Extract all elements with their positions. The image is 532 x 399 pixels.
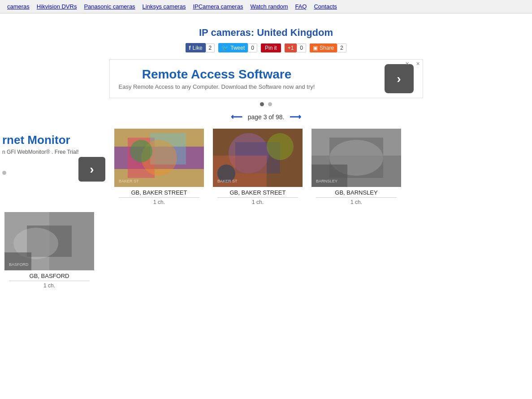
left-ad-subtitle: n GFI WebMonitor® . Free Trial! <box>2 149 105 155</box>
svg-text:BAKER ST: BAKER ST <box>119 179 139 183</box>
main-nav: cameras Hikvision DVRs Panasonic cameras… <box>0 0 532 13</box>
nav-hikvision[interactable]: Hikvision DVRs <box>34 2 80 11</box>
top-ad-x-mark[interactable]: ✕ <box>405 61 409 67</box>
tweet-button[interactable]: 🐦 Tweet <box>218 43 248 52</box>
nav-cameras[interactable]: cameras <box>4 2 32 11</box>
nav-faq[interactable]: FAQ <box>292 2 309 11</box>
pinterest-btn[interactable]: Pin it <box>261 43 281 52</box>
top-ad-banner: Remote Access Software Easy Remote Acces… <box>109 59 423 98</box>
like-label: Like <box>193 45 203 51</box>
share-count: 2 <box>337 43 346 52</box>
gplus-count: 0 <box>297 43 306 52</box>
twitter-tweet-btn[interactable]: 🐦 Tweet 0 <box>218 43 257 52</box>
camera-thumbnail-3: BARNSLEY <box>311 129 401 187</box>
left-ad-title: rnet Monitor <box>2 133 105 147</box>
camera-location-3: GB, BARNSLEY <box>311 189 401 196</box>
tweet-label: Tweet <box>230 45 245 51</box>
svg-rect-26 <box>4 252 31 270</box>
camera-channels-2: 1 ch. <box>213 199 303 205</box>
nav-linksys[interactable]: Linksys cameras <box>140 2 189 11</box>
camera-card-4[interactable]: BASFORD GB, BASFORD 1 ch. <box>4 212 94 289</box>
top-ad-arrow-icon: › <box>397 72 401 86</box>
social-bar: f Like 2 🐦 Tweet 0 Pin it <box>0 43 532 52</box>
share-label: Share <box>320 45 334 51</box>
camera-image-2: BAKER ST <box>213 129 303 187</box>
left-ad-box: rnet Monitor n GFI WebMonitor® . Free Tr… <box>0 129 108 186</box>
camera-channels-3: 1 ch. <box>311 199 401 205</box>
svg-point-12 <box>267 133 294 160</box>
content-area: rnet Monitor n GFI WebMonitor® . Free Tr… <box>0 129 532 205</box>
facebook-icon: f <box>189 44 190 51</box>
like-button[interactable]: f Like <box>186 43 205 52</box>
ad-dot-2[interactable] <box>268 102 272 106</box>
top-ad-text: Remote Access Software Easy Remote Acces… <box>119 67 315 90</box>
next-page-arrow[interactable]: ⟶ <box>290 112 301 122</box>
tweet-count: 0 <box>248 43 257 52</box>
pin-label: Pin it <box>265 45 277 51</box>
camera-card-3[interactable]: BARNSLEY GB, BARNSLEY 1 ch. <box>311 129 401 205</box>
camera-location-1: GB, BAKER STREET <box>114 189 204 196</box>
camera-card-4-wrapper: BASFORD GB, BASFORD 1 ch. <box>4 212 94 289</box>
svg-text:BASFORD: BASFORD <box>9 262 29 267</box>
camera-divider-3 <box>316 197 397 198</box>
top-ad-title: Remote Access Software <box>119 67 315 82</box>
camera-divider-2 <box>217 197 298 198</box>
svg-rect-20 <box>311 165 347 187</box>
gplus-button[interactable]: +1 <box>285 43 297 52</box>
pin-button[interactable]: Pin it <box>261 43 281 52</box>
twitter-icon: 🐦 <box>221 44 229 51</box>
nav-watch-random[interactable]: Watch random <box>247 2 290 11</box>
left-ad-arrow-icon: › <box>90 162 94 177</box>
top-ad-wrapper: Remote Access Software Easy Remote Acces… <box>0 59 532 108</box>
camera-thumbnail-1: BAKER ST <box>114 129 204 187</box>
nav-contacts[interactable]: Contacts <box>311 2 339 11</box>
cameras-grid: BAKER ST GB, BAKER STREET 1 ch. <box>112 129 532 205</box>
top-ad-x-icon[interactable]: ✕ <box>416 61 420 67</box>
top-ad-dots <box>0 101 532 108</box>
page-info: page 3 of 98. <box>248 113 285 121</box>
camera-channels-4: 1 ch. <box>4 282 94 289</box>
share-icon: ▣ <box>313 45 318 51</box>
camera-image-3: BARNSLEY <box>311 129 401 187</box>
camera-card-1[interactable]: BAKER ST GB, BAKER STREET 1 ch. <box>114 129 204 205</box>
camera-image-4: BASFORD <box>4 212 94 270</box>
page-title: IP cameras: United Kingdom <box>0 27 532 39</box>
gplus-label: +1 <box>288 45 294 51</box>
camera-thumbnail-2: BAKER ST <box>213 129 303 187</box>
camera-divider-1 <box>119 197 199 198</box>
like-count: 2 <box>206 43 215 52</box>
svg-text:BAKER ST: BAKER ST <box>217 179 238 183</box>
camera-card-2[interactable]: BAKER ST GB, BAKER STREET 1 ch. <box>213 129 303 205</box>
main-content: IP cameras: United Kingdom f Like 2 🐦 Tw… <box>0 13 532 293</box>
camera-image-1: BAKER ST <box>114 129 204 187</box>
pagination-row: ⟵ page 3 of 98. ⟶ <box>0 112 532 122</box>
gplus-btn[interactable]: +1 0 <box>285 43 306 52</box>
cameras-panel: BAKER ST GB, BAKER STREET 1 ch. <box>112 129 532 205</box>
camera-thumbnail-4: BASFORD <box>4 212 94 270</box>
ad-dot-1[interactable] <box>260 102 264 106</box>
camera-location-2: GB, BAKER STREET <box>213 189 303 196</box>
nav-ipcamera[interactable]: IPCamera cameras <box>190 2 246 11</box>
share-btn[interactable]: ▣ Share 2 <box>310 43 346 52</box>
share-button[interactable]: ▣ Share <box>310 43 337 52</box>
camera-channels-1: 1 ch. <box>114 199 204 205</box>
svg-point-5 <box>130 140 152 162</box>
svg-text:BARNSLEY: BARNSLEY <box>316 179 337 183</box>
left-ad-inner: › <box>2 157 105 182</box>
camera-divider-4 <box>9 281 90 281</box>
left-ad-panel: rnet Monitor n GFI WebMonitor® . Free Tr… <box>0 129 112 205</box>
top-ad-arrow-button[interactable]: › <box>385 64 414 93</box>
prev-page-arrow[interactable]: ⟵ <box>231 112 242 122</box>
camera-location-4: GB, BASFORD <box>4 273 94 279</box>
left-ad-dot-indicator <box>2 171 6 175</box>
left-ad-arrow-button[interactable]: › <box>78 157 105 182</box>
facebook-like-btn[interactable]: f Like 2 <box>186 43 215 52</box>
nav-panasonic[interactable]: Panasonic cameras <box>81 2 138 11</box>
top-ad-subtitle: Easy Remote Access to any Computer. Down… <box>119 83 315 90</box>
